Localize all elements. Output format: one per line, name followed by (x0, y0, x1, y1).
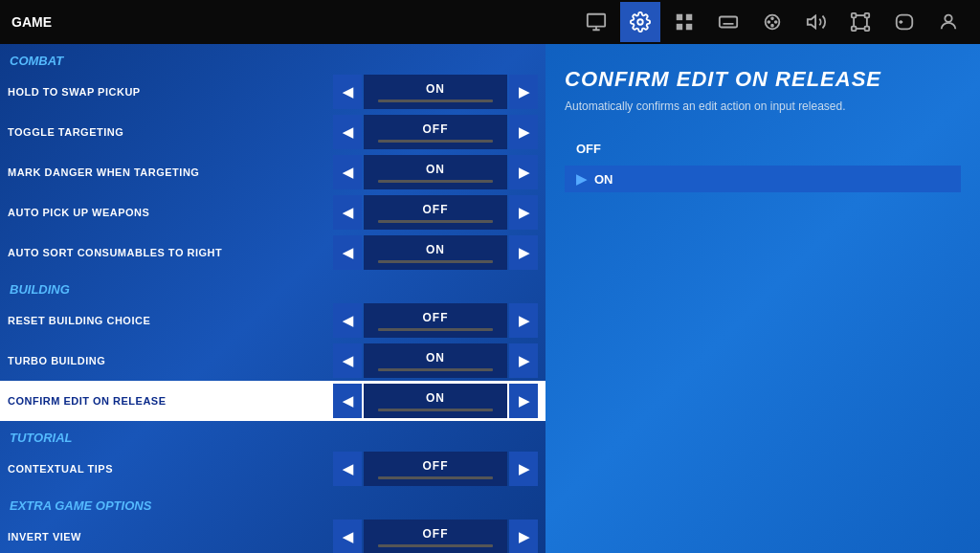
keyboard-nav-btn[interactable] (708, 2, 748, 42)
reset-building-choice-left-arrow[interactable]: ◀ (333, 303, 362, 338)
detail-option-on[interactable]: ▶ ON (565, 166, 961, 192)
reset-building-choice-value-box: OFF (364, 303, 507, 338)
invert-view-right-arrow[interactable]: ▶ (509, 520, 538, 553)
detail-option-off-label: OFF (576, 142, 601, 156)
user-nav-btn[interactable] (928, 2, 969, 42)
contextual-tips-value-box: OFF (364, 452, 507, 486)
auto-sort-consumables-right-arrow[interactable]: ▶ (509, 235, 538, 270)
detail-description: Automatically confirms an edit action on… (565, 100, 961, 113)
turbo-building-right-arrow[interactable]: ▶ (509, 343, 538, 378)
hold-to-swap-pickup-value-box: ON (364, 75, 507, 109)
contextual-tips-left-arrow[interactable]: ◀ (333, 452, 362, 486)
section-building-header: BUILDING (0, 273, 546, 300)
auto-sort-consumables-value-box: ON (364, 235, 507, 270)
mark-danger-value-box: ON (364, 155, 507, 189)
svg-rect-15 (852, 27, 857, 32)
hold-to-swap-pickup-bar (378, 100, 493, 102)
settings-list-panel: COMBAT HOLD TO SWAP PICKUP ◀ ON ▶ TOGGLE… (0, 44, 546, 553)
svg-point-9 (775, 21, 777, 23)
setting-confirm-edit-on-release[interactable]: CONFIRM EDIT ON RELEASE ◀ ON ▶ (0, 381, 546, 421)
turbo-building-value: ON (426, 351, 445, 365)
mark-danger-control: ◀ ON ▶ (333, 155, 538, 189)
turbo-building-control: ◀ ON ▶ (333, 343, 538, 378)
setting-reset-building-choice[interactable]: RESET BUILDING CHOICE ◀ OFF ▶ (0, 300, 546, 341)
reset-building-choice-value: OFF (423, 311, 449, 324)
toggle-targeting-value-box: OFF (364, 115, 507, 149)
display-nav-btn[interactable] (664, 2, 704, 42)
auto-pick-up-weapons-value: OFF (423, 203, 449, 216)
contextual-tips-bar (378, 476, 493, 479)
contextual-tips-label: CONTEXTUAL TIPS (8, 463, 333, 475)
contextual-tips-control: ◀ OFF ▶ (333, 452, 538, 486)
auto-sort-consumables-bar (378, 260, 493, 263)
detail-option-list: OFF ▶ ON (565, 136, 961, 192)
setting-contextual-tips[interactable]: CONTEXTUAL TIPS ◀ OFF ▶ (0, 449, 546, 489)
invert-view-value: OFF (423, 527, 449, 541)
invert-view-control: ◀ OFF ▶ (333, 520, 538, 553)
setting-hold-to-swap-pickup[interactable]: HOLD TO SWAP PICKUP ◀ ON ▶ (0, 72, 546, 112)
svg-point-11 (771, 25, 773, 27)
reset-building-choice-label: RESET BUILDING CHOICE (8, 315, 333, 326)
svg-point-1 (637, 19, 643, 25)
auto-pick-up-weapons-left-arrow[interactable]: ◀ (333, 195, 362, 230)
svg-rect-4 (677, 24, 682, 30)
controller-nav-btn[interactable] (884, 2, 924, 42)
setting-invert-view[interactable]: INVERT VIEW ◀ OFF ▶ (0, 517, 546, 553)
detail-title: CONFIRM EDIT ON RELEASE (565, 67, 961, 92)
setting-auto-sort-consumables[interactable]: AUTO SORT CONSUMABLES TO RIGHT ◀ ON ▶ (0, 232, 546, 273)
mark-danger-right-arrow[interactable]: ▶ (509, 155, 538, 189)
auto-sort-consumables-control: ◀ ON ▶ (333, 235, 538, 270)
invert-view-bar (378, 544, 493, 547)
toggle-targeting-control: ◀ OFF ▶ (333, 115, 538, 149)
confirm-edit-on-release-left-arrow[interactable]: ◀ (333, 384, 362, 418)
gamepad2-nav-btn[interactable] (752, 2, 792, 42)
top-nav: GAME (0, 0, 980, 44)
network-nav-btn[interactable] (840, 2, 880, 42)
toggle-targeting-right-arrow[interactable]: ▶ (509, 115, 538, 149)
hold-to-swap-pickup-right-arrow[interactable]: ▶ (509, 75, 538, 109)
contextual-tips-value: OFF (423, 459, 449, 473)
setting-auto-pick-up-weapons[interactable]: AUTO PICK UP WEAPONS ◀ OFF ▶ (0, 192, 546, 232)
svg-rect-14 (865, 13, 870, 18)
contextual-tips-right-arrow[interactable]: ▶ (509, 452, 538, 486)
toggle-targeting-bar (378, 140, 493, 143)
svg-marker-12 (808, 16, 815, 29)
monitor-nav-btn[interactable] (576, 2, 616, 42)
setting-turbo-building[interactable]: TURBO BUILDING ◀ ON ▶ (0, 341, 546, 381)
toggle-targeting-left-arrow[interactable]: ◀ (333, 115, 362, 149)
confirm-edit-on-release-value-box: ON (364, 384, 507, 418)
turbo-building-left-arrow[interactable]: ◀ (333, 343, 362, 378)
toggle-targeting-value: OFF (423, 122, 449, 136)
speaker-nav-btn[interactable] (796, 2, 836, 42)
setting-mark-danger[interactable]: MARK DANGER WHEN TARGETING ◀ ON ▶ (0, 152, 546, 192)
setting-toggle-targeting[interactable]: TOGGLE TARGETING ◀ OFF ▶ (0, 112, 546, 152)
detail-option-on-arrow: ▶ (576, 171, 587, 187)
hold-to-swap-pickup-left-arrow[interactable]: ◀ (333, 75, 362, 109)
reset-building-choice-control: ◀ OFF ▶ (333, 303, 538, 338)
mark-danger-bar (378, 180, 493, 183)
mark-danger-left-arrow[interactable]: ◀ (333, 155, 362, 189)
reset-building-choice-right-arrow[interactable]: ▶ (509, 303, 538, 338)
gear-nav-btn[interactable] (620, 2, 660, 42)
section-tutorial-header: TUTORIAL (0, 421, 546, 449)
auto-pick-up-weapons-control: ◀ OFF ▶ (333, 195, 538, 230)
confirm-edit-on-release-value: ON (426, 391, 445, 405)
svg-point-21 (945, 15, 951, 22)
invert-view-value-box: OFF (364, 520, 507, 553)
invert-view-left-arrow[interactable]: ◀ (333, 520, 362, 553)
detail-option-on-label: ON (594, 172, 613, 187)
svg-rect-13 (852, 13, 857, 18)
auto-pick-up-weapons-value-box: OFF (364, 195, 507, 230)
invert-view-label: INVERT VIEW (8, 531, 333, 542)
hold-to-swap-pickup-control: ◀ ON ▶ (333, 75, 538, 109)
toggle-targeting-label: TOGGLE TARGETING (8, 126, 333, 138)
main-content: COMBAT HOLD TO SWAP PICKUP ◀ ON ▶ TOGGLE… (0, 44, 980, 553)
turbo-building-label: TURBO BUILDING (8, 355, 333, 366)
turbo-building-bar (378, 368, 493, 371)
auto-pick-up-weapons-bar (378, 220, 493, 223)
detail-option-off[interactable]: OFF (565, 136, 961, 162)
confirm-edit-on-release-label: CONFIRM EDIT ON RELEASE (8, 395, 333, 407)
auto-pick-up-weapons-right-arrow[interactable]: ▶ (509, 195, 538, 230)
auto-sort-consumables-left-arrow[interactable]: ◀ (333, 235, 362, 270)
confirm-edit-on-release-right-arrow[interactable]: ▶ (509, 384, 538, 418)
